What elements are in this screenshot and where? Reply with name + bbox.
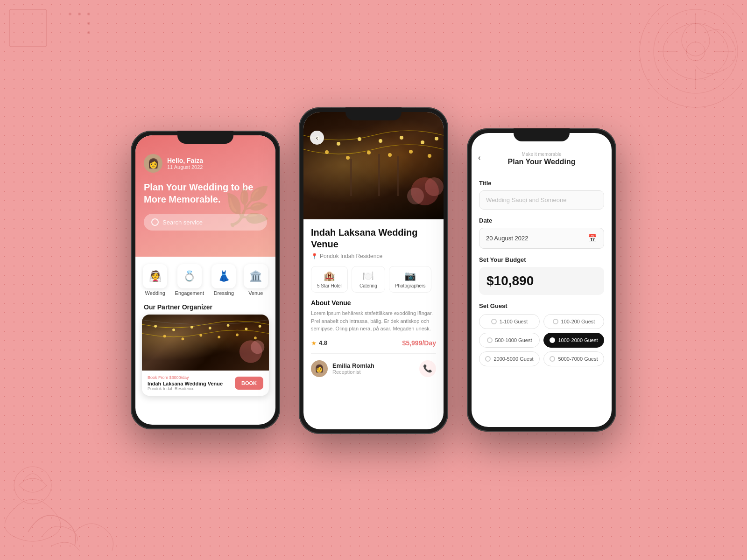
svg-point-36 (325, 150, 329, 154)
venue-details: Indah Laksana Wedding Venue 📍 Pondok Ind… (303, 219, 444, 385)
svg-point-44 (407, 188, 424, 204)
guest-1000-2000-label: 1000-2000 Guest (558, 337, 598, 343)
calendar-icon: 📅 (588, 234, 597, 243)
svg-point-33 (400, 136, 403, 140)
category-venue[interactable]: 🏛️ Venue (244, 264, 268, 296)
guest-500-1000[interactable]: 500-1000 Guest (479, 333, 540, 348)
guest-1-100[interactable]: 1-100 Guest (479, 314, 540, 329)
book-button[interactable]: BOOK (235, 377, 263, 390)
date-value: 20 August 2022 (486, 235, 528, 242)
chip-catering-label: Catering (359, 283, 377, 288)
svg-point-24 (218, 336, 220, 338)
avatar: 👩 (144, 154, 162, 173)
phone-call-button[interactable]: 📞 (419, 360, 436, 377)
chip-catering[interactable]: 🍽️ Catering (352, 266, 385, 293)
contact-avatar: 👩 (311, 360, 328, 377)
budget-label: Set Your Budget (479, 256, 604, 263)
svg-point-43 (425, 177, 444, 196)
svg-point-38 (367, 151, 371, 154)
price-text: $5,999/Day (402, 339, 436, 347)
phone2-notch (345, 107, 402, 120)
phone-1: 👩 Hello, Faiza 11 August 2022 Plan Your … (131, 131, 280, 429)
back-button[interactable]: ‹ (310, 131, 324, 145)
dressing-icon: 👗 (211, 264, 236, 288)
category-wedding[interactable]: 👰 Wedding (143, 264, 167, 296)
phone-3: Make it memorable Plan Your Wedding ‹ Ti… (467, 128, 616, 432)
date-label: Date (479, 217, 604, 224)
chip-photographers[interactable]: 📷 Photographers (389, 266, 432, 293)
venue-title: Indah Laksana Wedding Venue (311, 227, 436, 250)
svg-point-35 (435, 137, 438, 140)
radio-1000-2000 (550, 337, 555, 343)
title-input[interactable]: Wedding Sauqi and Someone (479, 190, 604, 210)
guest-2000-5000-label: 2000-5000 Guest (493, 356, 533, 362)
search-bar[interactable]: Search service (144, 214, 267, 231)
about-title: About Venue (311, 299, 436, 307)
radio-1-100 (491, 319, 497, 324)
svg-point-2 (78, 13, 81, 15)
svg-point-14 (154, 325, 157, 328)
hotel-icon: 🏨 (324, 270, 335, 281)
venue-location-row: 📍 Pondok Indah Residence (311, 253, 436, 259)
camera-icon: 📷 (404, 270, 416, 281)
svg-rect-45 (350, 159, 352, 196)
phone-2: ‹ Indah Laksana Wedding Venue 📍 Pondok I… (299, 107, 448, 434)
svg-point-21 (163, 335, 166, 337)
date-input[interactable]: 20 August 2022 📅 (479, 228, 604, 249)
form-area: Title Wedding Sauqi and Someone Date 20 … (472, 172, 612, 374)
svg-point-25 (236, 334, 239, 336)
guest-5000-7000[interactable]: 5000-7000 Guest (543, 351, 604, 366)
svg-point-19 (245, 328, 248, 330)
svg-point-7 (654, 9, 738, 93)
catering-icon: 🍽️ (362, 270, 374, 281)
service-chips: 🏨 5 Star Hotel 🍽️ Catering 📷 Photographe… (311, 266, 436, 293)
category-engagement[interactable]: 💍 Engagement (175, 264, 204, 296)
guest-label: Set Guest (479, 302, 604, 309)
venue-location: Pondok Indah Residence (148, 386, 223, 391)
venue-name: Indah Laksana Wedding Venue (148, 381, 223, 386)
guest-100-200[interactable]: 100-200 Guest (543, 314, 604, 329)
category-dressing[interactable]: 👗 Dressing (211, 264, 236, 296)
svg-rect-46 (378, 154, 380, 196)
venue-hero: ‹ (303, 112, 444, 219)
avatar-row: 👩 Hello, Faiza 11 August 2022 (144, 154, 267, 173)
stars: ★ 4.8 (311, 339, 327, 347)
venue-location-text: Pondok Indah Residence (320, 253, 382, 259)
search-icon (151, 218, 159, 226)
svg-point-39 (388, 153, 392, 157)
about-text: Lorem ipsum behäresk stafettläkare exodö… (311, 309, 436, 333)
svg-point-34 (421, 140, 424, 144)
budget-box: $10,890 (479, 267, 604, 295)
svg-point-40 (409, 150, 413, 154)
guest-1000-2000[interactable]: 1000-2000 Guest (543, 333, 604, 348)
title-label: Title (479, 180, 604, 187)
svg-point-32 (379, 139, 382, 143)
svg-point-20 (259, 325, 261, 328)
guest-grid: 1-100 Guest 100-200 Guest 500-1000 Guest… (479, 314, 604, 366)
partner-title: Our Partner Organizer (135, 300, 275, 315)
categories: 👰 Wedding 💍 Engagement 👗 Dressing 🏛️ Ven… (135, 257, 275, 300)
svg-point-37 (346, 156, 350, 160)
greeting-text: Hello, Faiza (167, 157, 203, 164)
rating-number: 4.8 (319, 339, 327, 346)
back-arrow-icon[interactable]: ‹ (478, 154, 480, 162)
wedding-icon: 👰 (143, 264, 167, 288)
phone1-header: 👩 Hello, Faiza 11 August 2022 Plan Your … (135, 135, 275, 257)
chip-hotel-label: 5 Star Hotel (317, 283, 342, 288)
radio-5000-7000 (550, 356, 555, 362)
svg-rect-0 (9, 9, 47, 47)
phones-container: 👩 Hello, Faiza 11 August 2022 Plan Your … (131, 126, 616, 434)
greeting-block: Hello, Faiza 11 August 2022 (167, 157, 203, 170)
venue-card[interactable]: Book From $3000/day Indah Laksana Weddin… (142, 315, 269, 396)
svg-point-30 (337, 142, 340, 146)
svg-point-8 (686, 42, 705, 61)
svg-point-28 (251, 340, 264, 354)
phone3-notch (514, 128, 570, 141)
contact-row: 👩 Emilia Romlah Receptionist 📞 (311, 360, 436, 377)
svg-point-13 (14, 467, 51, 504)
contact-info: Emilia Romlah Receptionist (332, 362, 419, 375)
svg-point-15 (172, 329, 175, 331)
rating-row: ★ 4.8 $5,999/Day (311, 339, 436, 354)
chip-hotel[interactable]: 🏨 5 Star Hotel (311, 266, 348, 293)
guest-2000-5000[interactable]: 2000-5000 Guest (479, 351, 540, 366)
